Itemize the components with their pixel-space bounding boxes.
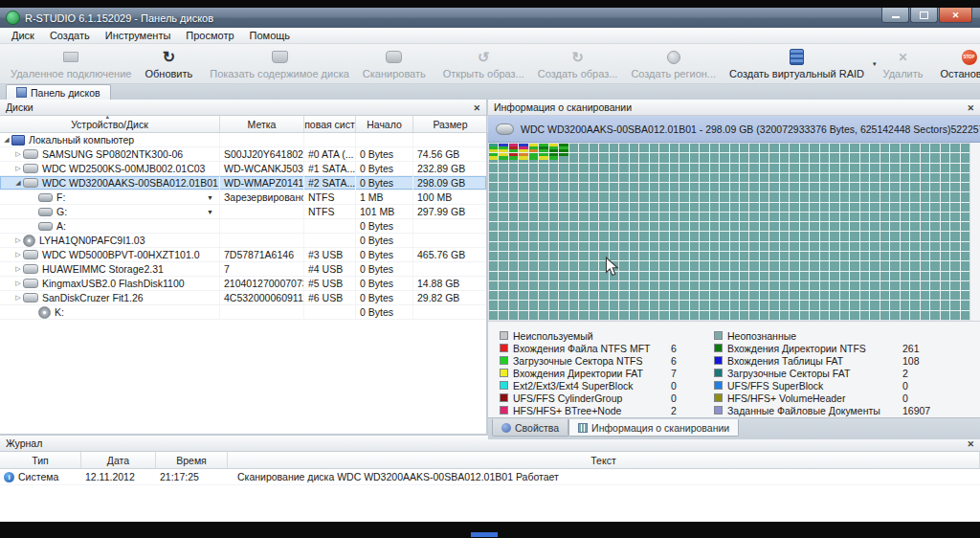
tab-properties[interactable]: Свойства: [492, 419, 568, 437]
collapse-icon[interactable]: ◢: [13, 179, 23, 187]
toolbar-button-delete[interactable]: Удалить: [877, 46, 930, 81]
scan-block: [599, 261, 608, 270]
scan-block: [820, 232, 829, 240]
toolbar-button-label: Обновить: [145, 68, 192, 79]
legend-item: HFS/HFS+ BTree+Node2: [500, 404, 714, 416]
legend-swatch: [500, 393, 508, 402]
disk-row[interactable]: ▷SanDiskCruzer Fit1.264C5320000609111202…: [0, 291, 486, 305]
disks-column-header-1[interactable]: Метка: [220, 116, 304, 132]
expand-icon[interactable]: ▷: [13, 294, 23, 302]
toolbar-button-remote[interactable]: Удаленное подключение: [4, 46, 138, 81]
disk-row[interactable]: ▷WDC WD5000BPVT-00HXZT101.07D57871A6146#…: [0, 248, 486, 262]
volume-dropdown-icon[interactable]: ▼: [207, 209, 215, 215]
menu-item-1[interactable]: Создать: [42, 28, 98, 43]
scan-panel-close-icon[interactable]: [967, 101, 974, 113]
disks-column-header-0[interactable]: Устройство/Диск: [0, 116, 220, 132]
disk-row[interactable]: ▷SAMSUNG SP0802NTK300-06S00JJ20Y641802#0…: [0, 147, 486, 162]
scan-block: [921, 192, 929, 201]
disk-row[interactable]: ▷KingmaxUSB2.0 FlashDisk1100210401270007…: [0, 277, 486, 291]
toolbar-button-stop[interactable]: Остановить: [934, 46, 980, 81]
scan-block: [639, 144, 648, 152]
cd-icon: [23, 235, 35, 247]
disk-row[interactable]: ▷WDC WD2500KS-00MJB002.01C03WD-WCANKJ503…: [0, 162, 486, 176]
scan-block: [860, 311, 869, 320]
disk-row[interactable]: ▷LYHA1QN0PAFC9I1.030 Bytes: [0, 234, 486, 248]
scan-block: [539, 252, 547, 260]
legend-swatch: [714, 393, 723, 402]
toolbar-button-open-image[interactable]: Открыть образ...: [436, 46, 531, 81]
minimize-button[interactable]: [881, 8, 909, 23]
scan-block: [810, 242, 818, 251]
restore-button[interactable]: [910, 8, 938, 23]
toolbar-button-raid[interactable]: Создать виртуальный RAID: [723, 46, 871, 81]
disks-panel-close-icon[interactable]: [473, 101, 480, 113]
scan-block: [749, 173, 758, 182]
scan-block: [810, 252, 818, 260]
scan-block: [509, 272, 518, 280]
scan-block: [740, 203, 748, 212]
menu-item-0[interactable]: Диск: [4, 28, 42, 43]
scan-block: [499, 222, 507, 231]
log-column-header-1[interactable]: Дата: [81, 452, 156, 468]
scan-scrollbar[interactable]: [969, 143, 980, 321]
scan-block: [950, 153, 959, 162]
toolbar-button-label: Открыть образ...: [443, 68, 524, 79]
disk-row[interactable]: ◢Локальный компьютер: [0, 133, 486, 147]
log-row[interactable]: Система12.11.201221:17:25Сканирование ди…: [0, 469, 980, 485]
raid-icon: [787, 49, 808, 66]
expand-icon[interactable]: ▷: [13, 251, 23, 258]
log-column-header-0[interactable]: Тип: [0, 452, 81, 468]
scan-block: [769, 232, 778, 240]
scan-block: [590, 272, 598, 280]
scan-block: [850, 144, 858, 152]
expand-icon[interactable]: ▷: [13, 280, 23, 287]
expand-icon[interactable]: ▷: [13, 150, 23, 158]
expand-icon[interactable]: ▷: [13, 236, 23, 244]
scan-block: [930, 281, 939, 290]
scan-block: [720, 301, 728, 309]
disk-row[interactable]: ◢WDC WD3200AAKS-00SBA012.01B01WD-WMAPZ01…: [0, 176, 486, 191]
menu-item-3[interactable]: Просмотр: [178, 28, 241, 43]
scan-block: [690, 301, 699, 309]
menu-item-2[interactable]: Инструменты: [98, 28, 179, 43]
scan-block: [569, 272, 578, 280]
expand-icon[interactable]: ▷: [13, 265, 23, 273]
log-column-header-3[interactable]: Текст: [228, 452, 980, 468]
tab-scan-info[interactable]: Информация о сканировании: [568, 419, 739, 437]
toolbar-button-scan[interactable]: Сканировать: [356, 46, 433, 81]
scan-block-grid[interactable]: [489, 144, 969, 320]
toolbar-button-refresh[interactable]: Обновить: [138, 46, 199, 81]
scan-block: [569, 183, 578, 191]
log-panel: Журнал ТипДатаВремяТекст Система12.11.20…: [0, 434, 980, 522]
tab-disk-panel[interactable]: Панель дисков: [6, 84, 111, 100]
scan-block: [820, 203, 829, 212]
disk-row[interactable]: A:0 Bytes: [0, 219, 486, 234]
toolbar-button-create-image[interactable]: Создать образ...: [531, 46, 625, 81]
scan-block: [610, 272, 618, 280]
scan-block: [650, 281, 658, 290]
close-button[interactable]: [939, 8, 972, 23]
scan-block: [489, 144, 498, 152]
menu-item-4[interactable]: Помощь: [242, 28, 299, 43]
toolbar-button-create-region[interactable]: Создать регион...: [624, 46, 723, 81]
disks-column-header-2[interactable]: повая сист: [304, 116, 356, 132]
scan-block: [890, 203, 899, 212]
scan-block: [569, 153, 578, 162]
disks-column-header-3[interactable]: Начало: [356, 116, 413, 132]
volume-dropdown-icon[interactable]: ▼: [207, 194, 215, 201]
disks-column-header-4[interactable]: Размер: [413, 116, 488, 132]
scan-block: [579, 144, 588, 152]
toolbar-button-disk-content[interactable]: Показать содержимое диска: [203, 46, 356, 81]
scan-block: [830, 311, 838, 320]
disk-row[interactable]: G:▼NTFS101 MB297.99 GB: [0, 205, 486, 219]
collapse-icon[interactable]: ◢: [2, 136, 11, 144]
disk-row[interactable]: K:0 Bytes: [0, 305, 486, 320]
label-cell: [220, 133, 304, 146]
disk-row[interactable]: F:▼Зарезервировано с...NTFS1 MB100 MB: [0, 191, 486, 205]
expand-icon[interactable]: ▷: [13, 165, 23, 172]
scan-block: [489, 261, 498, 270]
disk-row[interactable]: ▷HUAWEIMMC Storage2.317#4 USB0 Bytes: [0, 262, 486, 277]
log-column-header-2[interactable]: Время: [156, 452, 228, 468]
scan-block: [590, 183, 598, 191]
scan-block: [880, 153, 889, 162]
